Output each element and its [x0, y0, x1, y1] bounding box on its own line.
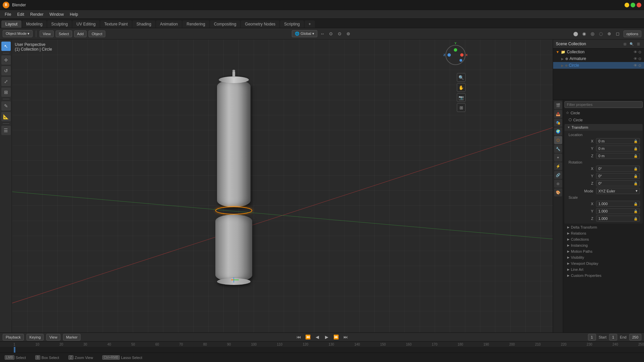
armature-visibility[interactable]: 👁	[634, 57, 637, 61]
tab-uv-editing[interactable]: UV Editing	[72, 20, 100, 28]
play-reverse[interactable]: ◀	[314, 334, 321, 341]
transform-global[interactable]: 🌐 Global ▾	[292, 30, 317, 37]
viewport-3d[interactable]: User Perspective (1) Collection | Circle…	[12, 40, 553, 333]
transform-tool[interactable]: ⊞	[1, 87, 11, 97]
delta-transform-header[interactable]: ▶ Delta Transform	[565, 224, 643, 230]
rot-mode-select[interactable]: XYZ Euler ▾	[596, 188, 640, 194]
menu-file[interactable]: File	[2, 11, 14, 17]
prev-frame[interactable]: ⏪	[304, 334, 312, 341]
proportional-connected-icon[interactable]: ⊚	[345, 30, 352, 38]
loc-z-lock[interactable]: 🔒	[634, 154, 638, 158]
prop-output-icon[interactable]: 📤	[554, 110, 562, 118]
tab-rendering[interactable]: Rendering	[182, 20, 209, 28]
rot-y-value[interactable]: 0° 🔒	[596, 173, 640, 179]
camera-tool[interactable]: 📷	[457, 93, 466, 102]
loc-y-value[interactable]: 0 m 🔒	[596, 145, 640, 152]
line-art-header[interactable]: ▶ Line Art	[565, 266, 643, 273]
collection-select[interactable]: ⊙	[638, 50, 641, 54]
tab-texture-paint[interactable]: Texture Paint	[100, 20, 132, 28]
outliner-search-icon[interactable]: 🔍	[629, 41, 635, 47]
close-button[interactable]	[637, 3, 641, 7]
add-menu[interactable]: Add	[74, 31, 87, 37]
playback-button[interactable]: Playback	[3, 334, 24, 341]
circle-visibility[interactable]: 👁	[634, 63, 637, 68]
marker-button[interactable]: Marker	[63, 334, 80, 341]
tab-scripting[interactable]: Scripting	[280, 20, 304, 28]
grid-tool[interactable]: ⊞	[457, 103, 466, 112]
prop-world-icon[interactable]: 🌍	[554, 127, 562, 135]
transform-section-header[interactable]: ▼ Transform	[565, 124, 643, 131]
scale-x-lock[interactable]: 🔒	[634, 202, 638, 206]
outliner-item-circle[interactable]: ▶ ○ Circle 👁 ⊙	[553, 62, 644, 69]
prop-render-icon[interactable]: 🎬	[554, 101, 562, 109]
viewport-overlay[interactable]: ⊕	[606, 30, 613, 38]
viewport-gizmo[interactable]: X Y Z	[445, 45, 466, 65]
tab-geometry-nodes[interactable]: Geometry Nodes	[241, 20, 279, 28]
instancing-header[interactable]: ▶ Instancing	[565, 242, 643, 248]
select-menu[interactable]: Select	[56, 31, 72, 37]
minimize-button[interactable]	[625, 3, 629, 7]
loc-x-lock[interactable]: 🔒	[634, 139, 638, 143]
collections-header[interactable]: ▶ Collections	[565, 236, 643, 242]
scale-x-value[interactable]: 1.000 🔒	[596, 201, 640, 207]
viewport-shading-wireframe[interactable]: ◌	[597, 30, 605, 38]
lasso-status[interactable]: Ctrl+RMB Lasso Select	[100, 355, 144, 360]
scale-y-lock[interactable]: 🔒	[634, 209, 638, 213]
menu-edit[interactable]: Edit	[14, 11, 27, 17]
scale-tool[interactable]: ⤢	[1, 77, 11, 86]
snap-icon[interactable]: ⊙	[327, 30, 335, 38]
custom-props-header[interactable]: ▶ Custom Properties	[565, 273, 643, 279]
armature-restrict[interactable]: ⊙	[638, 57, 641, 61]
annotate-tool[interactable]: ✎	[1, 101, 11, 111]
tab-animation[interactable]: Animation	[156, 20, 182, 28]
view-menu[interactable]: View	[40, 31, 54, 37]
outliner-filter-icon[interactable]: ⊟	[622, 41, 628, 47]
viewport-display-header[interactable]: ▶ Viewport Display	[565, 260, 643, 266]
next-frame[interactable]: ⏩	[332, 334, 340, 341]
tab-compositing[interactable]: Compositing	[210, 20, 240, 28]
loc-x-value[interactable]: 0 m 🔒	[596, 138, 640, 144]
scale-y-value[interactable]: 1.000 🔒	[596, 208, 640, 214]
play-forward[interactable]: ▶	[323, 334, 330, 341]
prop-material-icon[interactable]: 🎨	[554, 188, 562, 196]
timeline-content[interactable]: 1 10 20 30 40 50 60 70 80 90 100 110 120…	[0, 342, 644, 353]
rot-z-lock[interactable]: 🔒	[634, 182, 638, 185]
cursor-tool[interactable]: ↖	[1, 42, 11, 51]
prop-data-icon[interactable]: ⊚	[554, 180, 562, 188]
tab-shading[interactable]: Shading	[132, 20, 155, 28]
move-tool[interactable]: ✛	[1, 55, 11, 65]
scale-z-value[interactable]: 1.000 🔒	[596, 216, 640, 222]
visibility-header[interactable]: ▶ Visibility	[565, 254, 643, 260]
tab-modeling[interactable]: Modeling	[22, 20, 47, 28]
end-frame[interactable]: ⏭	[342, 334, 349, 341]
prop-object-icon[interactable]: ⬡	[554, 136, 562, 144]
collection-visibility[interactable]: 👁	[634, 50, 637, 54]
props-search-input[interactable]	[565, 101, 643, 108]
rotate-tool[interactable]: ↺	[1, 66, 11, 75]
box-select-status[interactable]: B Box Select	[33, 355, 61, 360]
proportional-icon[interactable]: ⊙	[336, 30, 343, 38]
keying-button[interactable]: Keying	[26, 334, 44, 341]
viewport-shading-solid[interactable]: ⬤	[572, 30, 580, 38]
rot-x-value[interactable]: 0° 🔒	[596, 166, 640, 172]
outliner-view-icon[interactable]: ☰	[635, 41, 641, 47]
end-frame-input[interactable]: 250	[629, 334, 641, 341]
timeline-track[interactable]	[0, 347, 644, 353]
outliner-item-armature[interactable]: ▶ ⊕ Armature 👁 ⊙	[553, 55, 644, 62]
loc-y-lock[interactable]: 🔒	[634, 147, 638, 150]
options-button[interactable]: options	[624, 31, 641, 37]
prop-particles-icon[interactable]: ✦	[554, 154, 562, 162]
menu-render[interactable]: Render	[28, 11, 46, 17]
select-status[interactable]: LMB Select	[3, 355, 28, 360]
menu-help[interactable]: Help	[67, 11, 81, 17]
zoom-status[interactable]: Z Zoom View	[66, 355, 95, 360]
loc-z-value[interactable]: 0 m 🔒	[596, 153, 640, 159]
tab-layout[interactable]: Layout	[1, 20, 21, 28]
transform-move-icon[interactable]: ↔	[319, 30, 326, 38]
start-frame-input[interactable]: 1	[609, 334, 617, 341]
rot-x-lock[interactable]: 🔒	[634, 167, 638, 171]
outliner-item-collection[interactable]: ▼ 📁 Collection 👁 ⊙	[553, 49, 644, 55]
rot-y-lock[interactable]: 🔒	[634, 174, 638, 178]
prop-physics-icon[interactable]: ⚡	[554, 162, 562, 170]
object-mode-dropdown[interactable]: Object Mode ▾	[3, 30, 33, 37]
